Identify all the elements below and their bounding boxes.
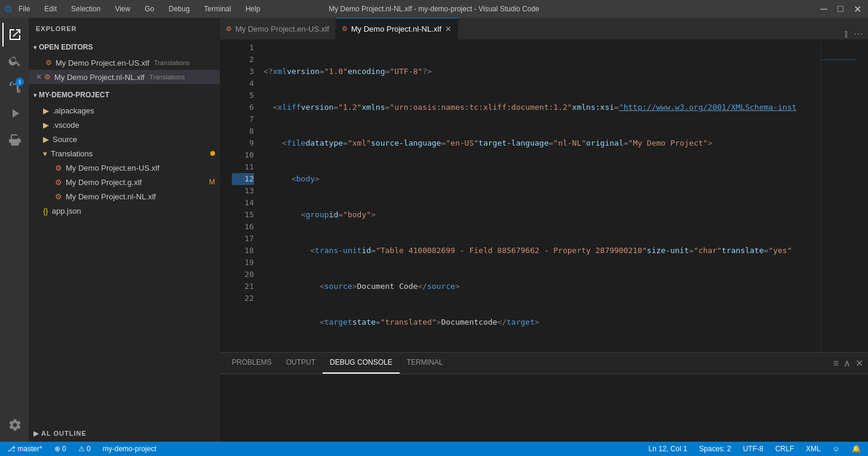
ln-17: 17	[232, 233, 254, 245]
folder-icon: ▶	[43, 106, 49, 115]
xlf-file-icon: ⚙	[55, 164, 62, 172]
statusbar-language[interactable]: XML	[803, 445, 823, 453]
close-button[interactable]: ✕	[851, 4, 863, 15]
menu-edit[interactable]: Edit	[42, 4, 59, 14]
menu-go[interactable]: Go	[142, 4, 157, 14]
code-line-8: <target state="translated">Documentcode<…	[263, 316, 820, 328]
open-editors-arrow: ▾	[33, 44, 36, 51]
panel-tab-terminal[interactable]: TERMINAL	[400, 352, 450, 374]
sidebar-item-app-json[interactable]: {} app.json	[29, 204, 220, 218]
ln-1: 1	[232, 42, 254, 54]
maximize-button[interactable]: □	[835, 4, 846, 15]
code-line-2: <xliff version="1.2" xmlns="urn:oasis:na…	[263, 101, 820, 113]
ln-14: 14	[232, 197, 254, 209]
ln-19: 19	[232, 257, 254, 269]
ln-16: 16	[232, 221, 254, 233]
xlf-file-icon2: ⚙	[55, 178, 62, 187]
minimap-cursor	[821, 59, 857, 60]
open-editor-en-us-name: My Demo Project.en-US.xlf	[56, 58, 149, 67]
tab-en-us[interactable]: ⚙ My Demo Project.en-US.xlf	[220, 18, 336, 39]
sidebar-item-source[interactable]: ▶ Source	[29, 132, 220, 146]
code-line-7: <source>Document Code</source>	[263, 281, 820, 292]
tab-nl-nl-label: My Demo Project.nl-NL.xlf	[351, 24, 441, 33]
activity-source-control[interactable]: 1	[2, 75, 26, 99]
editor-area: ⚙ My Demo Project.en-US.xlf ⚙ My Demo Pr…	[220, 18, 868, 442]
panel-tab-debug-console[interactable]: DEBUG CONSOLE	[323, 352, 400, 374]
menu-help[interactable]: Help	[243, 4, 263, 14]
statusbar-errors[interactable]: ⊗ 0	[52, 445, 69, 453]
sidebar-item-en-us-xlf[interactable]: ⚙ My Demo Project.en-US.xlf	[29, 161, 220, 175]
panel-up-icon[interactable]: ∧	[844, 358, 851, 369]
open-editors-section[interactable]: ▾ OPEN EDITORS	[29, 39, 220, 56]
statusbar-line-ending[interactable]: CRLF	[773, 445, 796, 453]
al-outline-header[interactable]: ▶ AL OUTLINE	[29, 425, 220, 442]
xlf-icon: ⚙	[45, 58, 52, 67]
statusbar-right: Ln 12, Col 1 Spaces: 2 UTF-8 CRLF XML ☺ …	[646, 445, 863, 453]
titlebar: ⧉ File Edit Selection View Go Debug Term…	[0, 0, 868, 18]
open-editor-nl-nl[interactable]: ✕ ⚙ My Demo Project.nl-NL.xlf Translatio…	[29, 70, 220, 84]
code-line-1: <?xml version="1.0" encoding="UTF-8"?>	[263, 66, 820, 78]
split-editor-icon[interactable]: ⫿	[844, 29, 849, 39]
tab-nl-nl-close[interactable]: ✕	[445, 24, 452, 33]
tabs-bar: ⚙ My Demo Project.en-US.xlf ⚙ My Demo Pr…	[220, 18, 868, 39]
nl-nl-xlf-label: My Demo Project.nl-NL.xlf	[66, 192, 156, 201]
activity-settings[interactable]	[2, 413, 26, 437]
sidebar-item-g-xlf[interactable]: ⚙ My Demo Project.g.xlf M	[29, 175, 220, 189]
statusbar-branch[interactable]: ⎇ master*	[5, 445, 45, 453]
panel-wrap-icon[interactable]: ≡	[833, 358, 839, 369]
alpackages-label: .alpackages	[53, 106, 94, 115]
sidebar-item-vscode[interactable]: ▶ .vscode	[29, 118, 220, 132]
menu-view[interactable]: View	[112, 4, 133, 14]
activity-search[interactable]	[2, 49, 26, 73]
sidebar-item-nl-nl-xlf[interactable]: ⚙ My Demo Project.nl-NL.xlf	[29, 189, 220, 204]
open-editors-label: OPEN EDITORS	[39, 43, 93, 51]
panel: PROBLEMS OUTPUT DEBUG CONSOLE TERMINAL ≡…	[220, 352, 868, 442]
menu-bar: File Edit Selection View Go Debug Termin…	[16, 4, 263, 14]
folder-icon3: ▶	[43, 135, 49, 144]
menu-selection[interactable]: Selection	[69, 4, 103, 14]
more-actions-icon[interactable]: ⋯	[854, 28, 863, 39]
gutter-cursor	[220, 39, 232, 352]
project-label: MY-DEMO-PROJECT	[39, 91, 109, 99]
activity-extensions[interactable]	[2, 128, 26, 152]
activity-run[interactable]	[2, 101, 26, 125]
ln-13: 13	[232, 185, 254, 197]
panel-content	[220, 374, 868, 442]
code-content[interactable]: <?xml version="1.0" encoding="UTF-8"?> <…	[259, 39, 820, 352]
folder-icon4: ▾	[43, 149, 47, 158]
panel-tabs: PROBLEMS OUTPUT DEBUG CONSOLE TERMINAL ≡…	[220, 353, 868, 374]
statusbar: ⎇ master* ⊗ 0 ⚠ 0 my-demo-project Ln 12,…	[0, 442, 868, 456]
menu-debug[interactable]: Debug	[166, 4, 192, 14]
tab-en-us-label: My Demo Project.en-US.xlf	[235, 24, 329, 33]
xlf-icon2: ⚙	[44, 73, 51, 81]
statusbar-line-col[interactable]: Ln 12, Col 1	[646, 445, 690, 453]
statusbar-bell[interactable]: 🔔	[849, 445, 863, 453]
sidebar-item-alpackages[interactable]: ▶ .alpackages	[29, 103, 220, 118]
tab-nl-nl-icon: ⚙	[342, 25, 348, 33]
activity-explorer[interactable]	[2, 23, 26, 47]
open-editor-en-us-tag: Translations	[154, 59, 190, 66]
panel-tab-output[interactable]: OUTPUT	[279, 352, 323, 374]
tab-en-us-icon: ⚙	[226, 25, 232, 33]
g-xlf-modified: M	[209, 178, 215, 186]
panel-close-icon[interactable]: ✕	[855, 358, 863, 369]
menu-file[interactable]: File	[16, 4, 32, 14]
ln-21: 21	[232, 281, 254, 292]
panel-tab-problems[interactable]: PROBLEMS	[225, 352, 279, 374]
sidebar-item-translations[interactable]: ▾ Translations	[29, 146, 220, 161]
project-section[interactable]: ▾ MY-DEMO-PROJECT	[29, 87, 220, 103]
statusbar-smiley[interactable]: ☺	[830, 445, 842, 453]
statusbar-spaces[interactable]: Spaces: 2	[697, 445, 733, 453]
tab-nl-nl[interactable]: ⚙ My Demo Project.nl-NL.xlf ✕	[336, 18, 458, 39]
main-layout: 1 EXPLORER ▾ OPEN EDITORS ⚙ My Demo Proj…	[0, 18, 868, 442]
open-editor-en-us[interactable]: ⚙ My Demo Project.en-US.xlf Translations	[29, 56, 220, 70]
minimap	[820, 39, 868, 352]
ln-8: 8	[232, 125, 254, 137]
statusbar-encoding[interactable]: UTF-8	[741, 445, 766, 453]
statusbar-warnings[interactable]: ⚠ 0	[76, 445, 93, 453]
menu-terminal[interactable]: Terminal	[202, 4, 234, 14]
statusbar-project[interactable]: my-demo-project	[100, 445, 159, 453]
panel-controls: ≡ ∧ ✕	[833, 358, 863, 374]
close-nl-nl-icon[interactable]: ✕	[36, 73, 42, 81]
minimize-button[interactable]: ─	[818, 4, 830, 15]
